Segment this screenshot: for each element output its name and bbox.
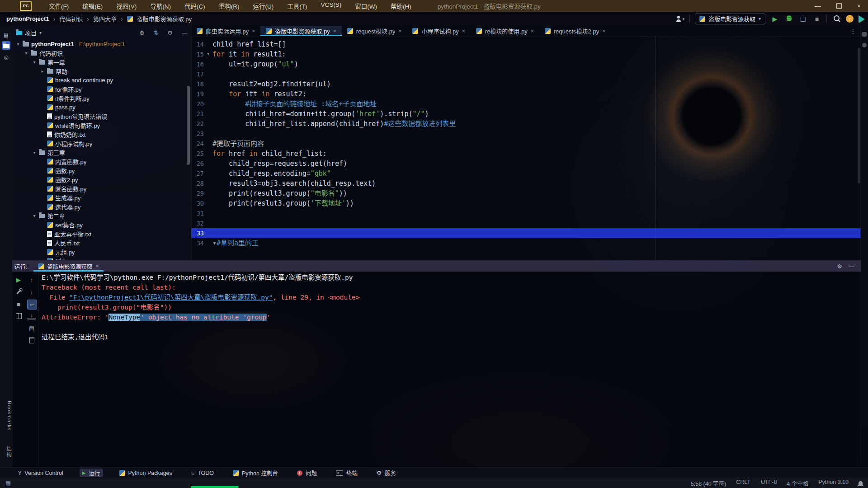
gear-icon[interactable]: ⚙ xyxy=(837,263,842,270)
tree-item-py[interactable]: 函数2.py xyxy=(12,175,191,184)
tree-toggle-icon[interactable]: ▾ xyxy=(32,213,37,218)
close-tab-icon[interactable]: × xyxy=(398,28,401,34)
status-line-ending[interactable]: CRLF xyxy=(736,479,751,488)
project-scrollbar[interactable] xyxy=(187,86,190,165)
up-stack-trace-icon[interactable]: ↑ xyxy=(27,275,36,284)
menu-item[interactable]: 文件(F) xyxy=(49,1,69,10)
print-icon[interactable]: ▤ xyxy=(27,324,36,333)
toolwindow-问题[interactable]: !问题 xyxy=(294,469,320,477)
menu-item[interactable]: 运行(U) xyxy=(253,1,274,10)
tree-item-py[interactable]: 生成器.py xyxy=(12,193,191,202)
tree-item-py[interactable]: for循环.py xyxy=(12,84,191,94)
status-python-interpreter[interactable]: Python 3.10 xyxy=(818,479,849,488)
bookmarks-stripe-label[interactable]: Bookmarks xyxy=(0,401,12,431)
tree-item-folder[interactable]: ▾第一章 xyxy=(12,57,191,66)
assistant-icon[interactable] xyxy=(859,15,864,23)
tree-item-py[interactable]: 内置函数.py xyxy=(12,157,191,166)
tree-toggle-icon[interactable]: ▸ xyxy=(40,69,45,74)
restore-layout-icon[interactable] xyxy=(14,311,23,320)
run-console[interactable]: E:\学习软件\代码学习\python.exe F:/pythonProject… xyxy=(42,272,861,468)
update-icon[interactable]: ↑ xyxy=(846,15,854,23)
tree-item-py[interactable]: 列表.py xyxy=(12,256,191,260)
more-tabs-icon[interactable]: ⋮ xyxy=(845,26,861,36)
clear-console-icon[interactable] xyxy=(27,336,36,345)
notifications-bell-icon[interactable] xyxy=(859,481,863,485)
tree-item-py[interactable]: 匿名函数.py xyxy=(12,184,191,193)
search-icon[interactable] xyxy=(832,15,841,23)
close-tab-icon[interactable]: × xyxy=(462,28,465,34)
menu-item[interactable]: 帮助(H) xyxy=(391,1,411,10)
tree-item-py[interactable]: 迭代器.py xyxy=(12,202,191,211)
tree-item-folder[interactable]: ▸帮助 xyxy=(12,66,191,75)
toolwindow-python-控制台[interactable]: Python 控制台 xyxy=(230,469,281,477)
user-icon[interactable]: ▾ xyxy=(676,16,684,22)
tree-item-root[interactable]: ▾pythonProject1F:\pythonProject1 xyxy=(12,39,191,48)
project-view-title[interactable]: 项目 xyxy=(25,28,37,37)
chevron-down-icon[interactable]: ▾ xyxy=(39,30,42,35)
breadcrumb-item[interactable]: 代码初识 xyxy=(59,14,83,23)
tree-item-py[interactable]: while语句循环.py xyxy=(12,121,191,130)
close-tab-icon[interactable]: × xyxy=(333,28,336,34)
menu-item[interactable]: 视图(V) xyxy=(116,1,137,10)
toolwindow-运行[interactable]: ▶运行 xyxy=(80,469,103,477)
rerun-button[interactable]: ▶ xyxy=(14,275,23,284)
window-tab-icon[interactable]: ▤ xyxy=(2,30,10,39)
tree-item-txt[interactable]: 人民币.txt xyxy=(12,238,191,247)
fold-icon[interactable]: ▾ xyxy=(204,49,212,59)
toolwindow-version-control[interactable]: YVersion Control xyxy=(15,469,66,477)
project-stripe-icon[interactable] xyxy=(2,41,10,50)
run-configuration-select[interactable]: 盗版电影资源获取 ▾ xyxy=(695,14,765,24)
tree-item-py[interactable]: pass.py xyxy=(12,103,191,112)
gear-icon[interactable]: ⚙ xyxy=(167,29,173,36)
menu-item[interactable]: 代码(C) xyxy=(184,1,205,10)
run-tab[interactable]: 盗版电影资源获取 × xyxy=(33,261,103,272)
status-indent-style[interactable]: 4 个空格 xyxy=(787,479,808,488)
stop-button[interactable]: ■ xyxy=(812,15,821,23)
editor-tab[interactable]: 小程序试构.py× xyxy=(407,26,470,36)
editor-tab[interactable]: request模块.py× xyxy=(342,26,407,36)
tree-item-py[interactable]: 小程序试构.py xyxy=(12,139,191,148)
tree-item-py[interactable]: break and continue.py xyxy=(12,75,191,84)
close-tab-icon[interactable]: × xyxy=(531,28,534,34)
window-layout-icon[interactable]: ▦ xyxy=(5,480,11,487)
tree-item-py[interactable]: if条件判断.py xyxy=(12,94,191,103)
structure-stripe-label[interactable]: 结构 xyxy=(0,446,12,457)
toolwindow-todo[interactable]: ≡TODO xyxy=(189,469,217,477)
breadcrumb-item[interactable]: 盗版电影资源获取.py xyxy=(137,14,192,23)
down-stack-trace-icon[interactable]: ↓ xyxy=(27,287,36,296)
traceback-link[interactable]: "F:\pythonProject1\代码初识\第四大章\盗版电影资源获取.py… xyxy=(69,294,273,301)
tree-item-txt[interactable]: 你奶奶的.txt xyxy=(12,130,191,139)
tree-item-py[interactable]: set集合.py xyxy=(12,220,191,229)
profiler-button[interactable]: ❑ xyxy=(798,15,807,23)
tree-toggle-icon[interactable]: ▾ xyxy=(32,150,37,155)
close-icon[interactable]: × xyxy=(96,263,99,269)
editor-tab[interactable]: 爬虫实际运用.py× xyxy=(191,26,260,36)
breadcrumb-item[interactable]: pythonProject1 xyxy=(6,15,49,22)
close-tab-icon[interactable]: × xyxy=(252,28,255,34)
commit-stripe-icon[interactable]: ◎ xyxy=(2,53,10,61)
toolwindow-终端[interactable]: >_终端 xyxy=(333,469,360,477)
tree-toggle-icon[interactable]: ▾ xyxy=(24,51,28,56)
toolwindow-服务[interactable]: ⚙服务 xyxy=(374,469,399,477)
toolwindow-python-packages[interactable]: Python Packages xyxy=(117,469,175,477)
close-window-icon[interactable]: × xyxy=(857,2,861,9)
tree-item-folder[interactable]: ▾代码初识 xyxy=(12,48,191,57)
tree-item-py[interactable]: 函数.py xyxy=(12,166,191,175)
editor-tab[interactable]: re模块的使用.py× xyxy=(471,26,539,36)
minimize-window-icon[interactable]: — xyxy=(815,2,821,9)
menu-item[interactable]: 导航(N) xyxy=(150,1,171,10)
menu-item[interactable]: 窗口(W) xyxy=(355,1,377,10)
tree-item-folder[interactable]: ▾第二章 xyxy=(12,211,191,220)
editor-tab[interactable]: requests模块2.py× xyxy=(539,26,611,36)
menu-item[interactable]: 编辑(E) xyxy=(82,1,103,10)
collapse-all-icon[interactable]: ⇅ xyxy=(153,29,158,36)
tree-toggle-icon[interactable]: ▾ xyxy=(32,60,37,65)
tree-toggle-icon[interactable]: ▾ xyxy=(16,42,20,47)
gradle-stripe-icon[interactable] xyxy=(862,43,867,47)
menu-item[interactable]: 工具(T) xyxy=(287,1,307,10)
editor-tab[interactable]: 盗版电影资源获取.py× xyxy=(260,26,341,36)
debug-button[interactable] xyxy=(784,15,793,23)
run-button[interactable]: ▶ xyxy=(770,15,779,23)
scroll-to-end-icon[interactable]: ↓ xyxy=(27,311,36,319)
tree-item-txt[interactable]: 亚太再平衡.txt xyxy=(12,229,191,238)
